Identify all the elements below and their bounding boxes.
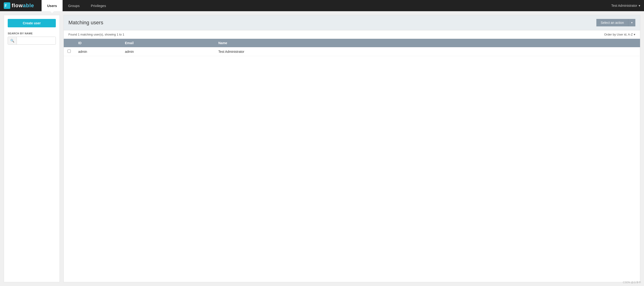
table-row: admin admin Test Administrator xyxy=(64,47,640,56)
search-box: 🔍 xyxy=(8,37,56,45)
logo: F flowable xyxy=(4,2,34,9)
results-info-bar: Found 1 matching user(s), showing 1 to 1… xyxy=(64,30,640,39)
main-layout: Create user SEARCH BY NAME 🔍 Matching us… xyxy=(0,11,644,286)
table-header-email: Email xyxy=(121,39,214,47)
order-by-icon: ▾ xyxy=(634,33,635,36)
search-icon: 🔍 xyxy=(10,39,14,43)
table-header-id: ID xyxy=(74,39,121,47)
users-table: ID Email Name admin admin xyxy=(64,39,640,56)
left-panel: Create user SEARCH BY NAME 🔍 xyxy=(4,15,60,282)
user-name-label: Test Administrator xyxy=(611,4,637,8)
table-header-name: Name xyxy=(214,39,640,47)
user-dropdown-icon: ▾ xyxy=(639,4,640,8)
select-action-button[interactable]: Select an action xyxy=(596,19,628,27)
matching-users-title: Matching users xyxy=(68,20,103,26)
action-dropdown-button[interactable]: ▾ xyxy=(628,19,635,27)
create-user-button[interactable]: Create user xyxy=(8,19,56,27)
right-panel-header: Matching users Select an action ▾ xyxy=(64,15,640,30)
nav-tabs: Users Groups Privileges xyxy=(42,0,112,11)
navbar: F flowable Users Groups Privileges Test … xyxy=(0,0,644,11)
search-submit-button[interactable]: 🔍 xyxy=(8,37,17,44)
footer-note: CSDN @分享牛 xyxy=(623,281,641,284)
action-dropdown-icon: ▾ xyxy=(631,21,632,24)
row-checkbox[interactable] xyxy=(68,50,71,53)
order-by-label: Order by User id, A-Z xyxy=(604,33,633,36)
table-header-checkbox xyxy=(64,39,74,47)
right-panel: Matching users Select an action ▾ Found … xyxy=(64,15,640,282)
row-checkbox-cell xyxy=(64,47,74,56)
table-body: admin admin Test Administrator xyxy=(64,47,640,56)
row-email: admin xyxy=(121,47,214,56)
row-id: admin xyxy=(74,47,121,56)
order-by-control[interactable]: Order by User id, A-Z ▾ xyxy=(604,33,635,36)
search-by-name-label: SEARCH BY NAME xyxy=(8,32,56,35)
user-menu[interactable]: Test Administrator ▾ xyxy=(611,4,640,8)
nav-tab-users[interactable]: Users xyxy=(42,0,62,11)
flowable-logo-icon: F xyxy=(4,2,10,9)
results-text: Found 1 matching user(s), showing 1 to 1 xyxy=(68,33,124,36)
table-header: ID Email Name xyxy=(64,39,640,47)
action-button-group: Select an action ▾ xyxy=(596,19,635,27)
row-name: Test Administrator xyxy=(214,47,640,56)
nav-tab-privileges[interactable]: Privileges xyxy=(85,0,112,11)
svg-text:F: F xyxy=(5,4,7,8)
table-header-row: ID Email Name xyxy=(64,39,640,47)
logo-text: flowable xyxy=(12,3,34,9)
search-input[interactable] xyxy=(17,37,56,44)
nav-tab-groups[interactable]: Groups xyxy=(62,0,85,11)
